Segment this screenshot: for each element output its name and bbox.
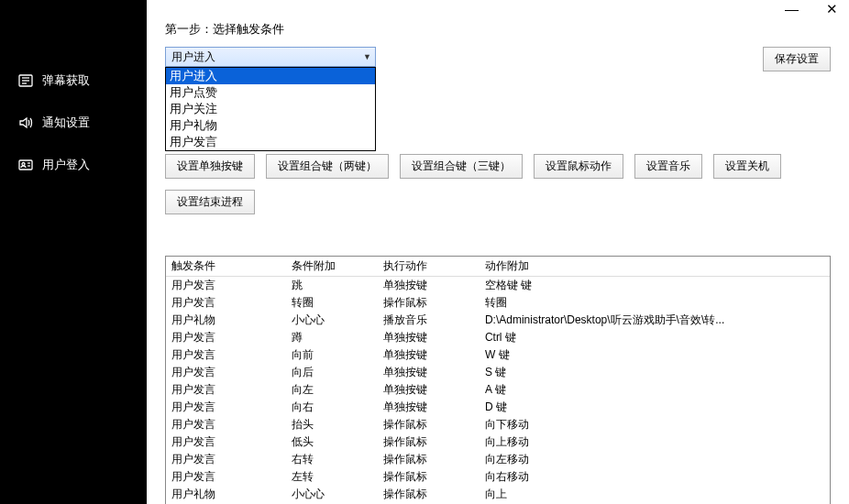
table-cell: 操作鼠标 (378, 416, 480, 433)
table-cell: 用户发言 (166, 468, 286, 486)
table-cell: 单独按键 (378, 399, 480, 416)
table-cell: 用户发言 (166, 399, 286, 416)
chevron-down-icon: ▼ (363, 52, 371, 61)
content-area: 第一步：选择触发条件 用户进入 ▼ 用户进入用户点赞用户关注用户礼物用户发言 保… (147, 17, 849, 504)
sidebar-item-notify[interactable]: 通知设置 (0, 102, 147, 144)
sound-icon (18, 115, 33, 130)
table-cell: 蹲 (286, 329, 379, 346)
table-row[interactable]: 用户礼物小心心播放音乐D:\Administrator\Desktop\听云游戏… (166, 312, 830, 329)
sidebar-logo-area (0, 0, 147, 60)
table-row[interactable]: 用户发言转圈操作鼠标转圈 (166, 294, 830, 312)
table-cell: 小心心 (286, 312, 379, 329)
svg-rect-4 (19, 160, 32, 170)
table-cell: 用户发言 (166, 433, 286, 451)
table-row[interactable]: 用户发言低头操作鼠标向上移动 (166, 433, 830, 451)
dropdown-option[interactable]: 用户关注 (166, 101, 375, 117)
table-row[interactable]: 用户发言向右单独按键D 键 (166, 399, 830, 416)
table-cell: 用户发言 (166, 381, 286, 399)
table-cell: 操作鼠标 (378, 486, 480, 503)
table-cell: 低头 (286, 433, 379, 451)
action-button[interactable]: 设置鼠标动作 (534, 154, 623, 179)
table-cell: 右转 (286, 451, 379, 468)
table-row[interactable]: 用户发言向左单独按键A 键 (166, 381, 830, 399)
table-cell: 用户发言 (166, 294, 286, 312)
table-cell: 用户发言 (166, 329, 286, 346)
table-cell: 向下移动 (480, 416, 830, 433)
table-row[interactable]: 用户发言蹲单独按键Ctrl 键 (166, 329, 830, 346)
trigger-select-wrap: 用户进入 ▼ 用户进入用户点赞用户关注用户礼物用户发言 (165, 47, 376, 67)
table-cell: 用户发言 (166, 364, 286, 381)
table-cell: 向左 (286, 381, 379, 399)
dropdown-option[interactable]: 用户进入 (166, 68, 375, 84)
table-cell: 播放音乐 (378, 312, 480, 329)
table-header[interactable]: 执行动作 (378, 257, 480, 277)
table-cell: 转圈 (286, 294, 379, 312)
table-cell: 空格键 键 (480, 277, 830, 295)
table-row[interactable]: 用户发言跳单独按键空格键 键 (166, 277, 830, 295)
sidebar-item-login[interactable]: 用户登入 (0, 144, 147, 186)
sidebar: 弹幕获取 通知设置 用户登入 (0, 0, 147, 504)
list-icon (18, 73, 33, 88)
table-cell: 单独按键 (378, 381, 480, 399)
table-row[interactable]: 用户礼物小心心操作鼠标向上 (166, 486, 830, 503)
table-cell: 转圈 (480, 294, 830, 312)
table-cell: 操作鼠标 (378, 451, 480, 468)
close-button[interactable]: ✕ (821, 0, 843, 17)
table-cell: 用户发言 (166, 277, 286, 295)
table-header[interactable]: 触发条件 (166, 257, 286, 277)
table-cell: 跳 (286, 277, 379, 295)
table-cell: 操作鼠标 (378, 433, 480, 451)
step1-label: 第一步：选择触发条件 (165, 21, 831, 38)
table-cell: 向右 (286, 399, 379, 416)
table-header[interactable]: 条件附加 (286, 257, 379, 277)
table-cell: 向前 (286, 346, 379, 364)
trigger-select[interactable]: 用户进入 ▼ (165, 47, 376, 67)
table-cell: D 键 (480, 399, 830, 416)
user-card-icon (18, 158, 33, 172)
table-cell: 用户发言 (166, 451, 286, 468)
table-cell: D:\Administrator\Desktop\听云游戏助手\音效\转... (480, 312, 830, 329)
action-button[interactable]: 设置关机 (713, 154, 781, 179)
sidebar-item-label: 弹幕获取 (42, 72, 90, 89)
table-cell: 操作鼠标 (378, 468, 480, 486)
table-cell: 单独按键 (378, 277, 480, 295)
table-row[interactable]: 用户发言向后单独按键S 键 (166, 364, 830, 381)
action-button[interactable]: 设置结束进程 (165, 190, 255, 214)
titlebar: — ✕ (147, 0, 849, 17)
table-cell: 单独按键 (378, 329, 480, 346)
table-cell: 向后 (286, 364, 379, 381)
table-cell: 小心心 (286, 486, 379, 503)
table-cell: 向上移动 (480, 433, 830, 451)
action-button-row: 设置单独按键设置组合键（两键）设置组合键（三键）设置鼠标动作设置音乐设置关机设置… (165, 154, 831, 214)
table-cell: S 键 (480, 364, 830, 381)
table-row[interactable]: 用户发言左转操作鼠标向右移动 (166, 468, 830, 486)
dropdown-option[interactable]: 用户点赞 (166, 84, 375, 101)
action-button[interactable]: 设置单独按键 (165, 154, 255, 179)
table-cell: 用户礼物 (166, 312, 286, 329)
sidebar-item-danmu[interactable]: 弹幕获取 (0, 60, 147, 102)
table-cell: Ctrl 键 (480, 329, 830, 346)
table-header[interactable]: 动作附加 (480, 257, 830, 277)
table-cell: 向左移动 (480, 451, 830, 468)
dropdown-option[interactable]: 用户礼物 (166, 117, 375, 134)
table-cell: 单独按键 (378, 346, 480, 364)
table-cell: 向上 (480, 486, 830, 503)
table-row[interactable]: 用户发言抬头操作鼠标向下移动 (166, 416, 830, 433)
dropdown-option[interactable]: 用户发言 (166, 134, 375, 150)
table-cell: A 键 (480, 381, 830, 399)
table-cell: 抬头 (286, 416, 379, 433)
minimize-button[interactable]: — (779, 0, 804, 17)
table-row[interactable]: 用户发言向前单独按键W 键 (166, 346, 830, 364)
sidebar-item-label: 通知设置 (42, 115, 90, 131)
action-button[interactable]: 设置组合键（三键） (400, 154, 523, 179)
table-cell: 用户礼物 (166, 486, 286, 503)
table-cell: 左转 (286, 468, 379, 486)
action-button[interactable]: 设置组合键（两键） (266, 154, 389, 179)
table-cell: 用户发言 (166, 416, 286, 433)
save-button[interactable]: 保存设置 (763, 47, 831, 71)
action-button[interactable]: 设置音乐 (634, 154, 702, 179)
table-row[interactable]: 用户发言右转操作鼠标向左移动 (166, 451, 830, 468)
table-cell: 用户发言 (166, 346, 286, 364)
table-cell: 单独按键 (378, 364, 480, 381)
rules-table-container: 触发条件条件附加执行动作动作附加 用户发言跳单独按键空格键 键用户发言转圈操作鼠… (165, 256, 831, 504)
